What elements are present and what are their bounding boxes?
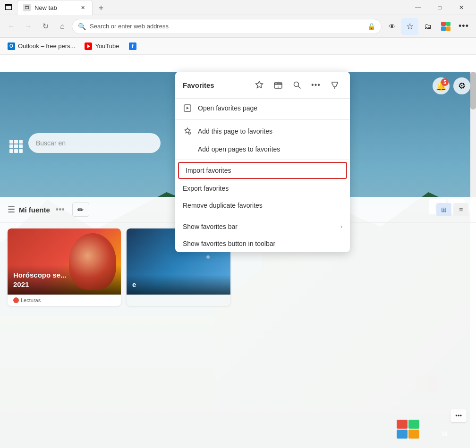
favorites-bar-item-youtube[interactable]: YouTube (81, 41, 123, 52)
minimize-button[interactable]: — (407, 0, 429, 15)
news-card-1-source-label: Lecturas (21, 297, 41, 303)
url-text: Search or enter web address (90, 23, 364, 30)
search-icon: 🔍 (78, 23, 86, 30)
favorites-panel: Favorites + ••• Open favorites page Add … (175, 72, 350, 252)
address-bar: ← → ↻ ⌂ 🔍 Search or enter web address 🔒 … (0, 15, 476, 38)
favorites-star-button[interactable]: ☆ (401, 18, 418, 35)
new-tab-button[interactable]: + (94, 2, 108, 15)
svg-marker-0 (87, 44, 90, 48)
menu-add-this-page[interactable]: Add this page to favorites (175, 122, 350, 141)
outlook-icon: O (8, 42, 15, 50)
customize-button[interactable]: ✏ (72, 203, 89, 217)
search-favorites-button[interactable] (289, 77, 305, 93)
news-more-button[interactable]: ••• (56, 205, 65, 215)
close-button[interactable]: ✕ (450, 0, 472, 15)
news-card-more-button[interactable]: ••• (450, 409, 467, 422)
menu-remove-duplicates[interactable]: Remove duplicate favorites (175, 197, 350, 214)
scrollbar-thumb[interactable] (470, 72, 476, 110)
show-favorites-button-label: Show favorites button in toolbar (183, 240, 342, 247)
source-dot-1 (13, 297, 19, 303)
browser-icon: 🗔 (4, 3, 13, 12)
apps-grid-button[interactable] (8, 138, 23, 153)
favorites-bar: O Outlook – free pers... YouTube f (0, 38, 476, 55)
maximize-button[interactable]: □ (429, 0, 450, 15)
tab-close-button[interactable]: ✕ (79, 4, 86, 11)
menu-divider-2 (175, 160, 350, 160)
notification-badge: 5 (441, 78, 449, 86)
news-card-2-title: e (132, 280, 136, 288)
add-this-page-label: Add this page to favorites (198, 127, 342, 135)
favorites-panel-header: Favorites + ••• (175, 72, 350, 99)
youtube-icon (85, 42, 92, 50)
settings-button[interactable]: ⚙ (453, 77, 470, 94)
svg-line-4 (298, 86, 301, 89)
show-favorites-bar-label: Show favorites bar (183, 223, 335, 230)
windows-text: W (442, 430, 448, 438)
refresh-button[interactable]: ↻ (38, 19, 53, 34)
export-favorites-label: Export favorites (183, 185, 342, 192)
add-folder-button[interactable]: + (271, 77, 286, 93)
url-bar[interactable]: 🔍 Search or enter web address 🔒 (72, 19, 382, 34)
menu-open-favorites-page[interactable]: Open favorites page (175, 99, 350, 118)
submenu-arrow-icon: › (340, 223, 342, 230)
news-card-1-overlay-title: Horóscopo se...2021 (13, 271, 67, 288)
more-options-button[interactable]: ••• (455, 18, 472, 35)
reading-view-button[interactable]: 👁 (383, 18, 400, 35)
facebook-icon: f (129, 42, 136, 50)
import-favorites-label: Import favorites (186, 167, 340, 174)
tab-icon: 🗔 (23, 4, 31, 11)
menu-divider-1 (175, 119, 350, 120)
menu-show-favorites-button[interactable]: Show favorites button in toolbar (175, 235, 350, 252)
title-bar: 🗔 🗔 New tab ✕ + — □ ✕ (0, 0, 476, 15)
favorites-panel-title: Favorites (183, 81, 248, 89)
news-section-title: Mi fuente (19, 206, 50, 214)
new-tab-search-bar[interactable]: Buscar en (28, 133, 161, 153)
menu-import-favorites[interactable]: Import favorites (178, 162, 347, 179)
layout-toggle: ⊞ ≡ (436, 203, 468, 216)
forward-button[interactable]: → (21, 19, 36, 34)
youtube-label: YouTube (95, 42, 119, 50)
menu-divider-3 (175, 216, 350, 216)
favorites-bar-item-facebook[interactable]: f (125, 41, 140, 52)
search-placeholder: Buscar en (36, 139, 66, 147)
news-card-1-image: Horóscopo se...2021 (8, 228, 121, 295)
security-icon: 🔒 (367, 23, 375, 30)
pin-favorites-button[interactable] (327, 77, 342, 93)
menu-show-favorites-bar[interactable]: Show favorites bar › (175, 218, 350, 235)
toolbar-buttons: 👁 ☆ 🗂 ••• (383, 18, 472, 35)
remove-duplicates-label: Remove duplicate favorites (183, 202, 342, 209)
news-menu-button[interactable]: ☰ (8, 204, 15, 215)
collections-button[interactable]: 🗂 (419, 18, 436, 35)
new-tab-topbar: 🔔 5 ⚙ (433, 77, 470, 94)
tab-label: New tab (34, 4, 57, 11)
notifications-button[interactable]: 🔔 5 (433, 77, 450, 94)
add-favorites-icon (183, 127, 192, 136)
open-favorites-icon (183, 103, 192, 113)
tab-bar: 🗔 New tab ✕ + (17, 0, 403, 15)
back-button[interactable]: ← (4, 19, 19, 34)
svg-text:+: + (277, 85, 280, 89)
outlook-label: Outlook – free pers... (18, 42, 75, 50)
menu-export-favorites[interactable]: Export favorites (175, 180, 350, 197)
active-tab[interactable]: 🗔 New tab ✕ (17, 0, 93, 15)
window-controls: — □ ✕ (407, 0, 472, 15)
edge-icon-button[interactable] (437, 18, 454, 35)
favorites-bar-item-outlook[interactable]: O Outlook – free pers... (4, 41, 79, 52)
add-to-favorites-button[interactable] (252, 77, 267, 93)
windows-mosaic-icon (397, 420, 419, 439)
menu-add-open-pages[interactable]: Add open pages to favorites (175, 141, 350, 158)
news-card-1-source: Lecturas (8, 295, 121, 306)
grid-layout-button[interactable]: ⊞ (436, 203, 451, 216)
home-button[interactable]: ⌂ (55, 19, 70, 34)
list-layout-button[interactable]: ≡ (453, 203, 468, 216)
add-open-pages-label: Add open pages to favorites (198, 145, 342, 153)
more-favorites-button[interactable]: ••• (308, 77, 323, 93)
open-favorites-label: Open favorites page (198, 104, 342, 112)
news-card-1[interactable]: Horóscopo se...2021 Lecturas (8, 228, 121, 306)
